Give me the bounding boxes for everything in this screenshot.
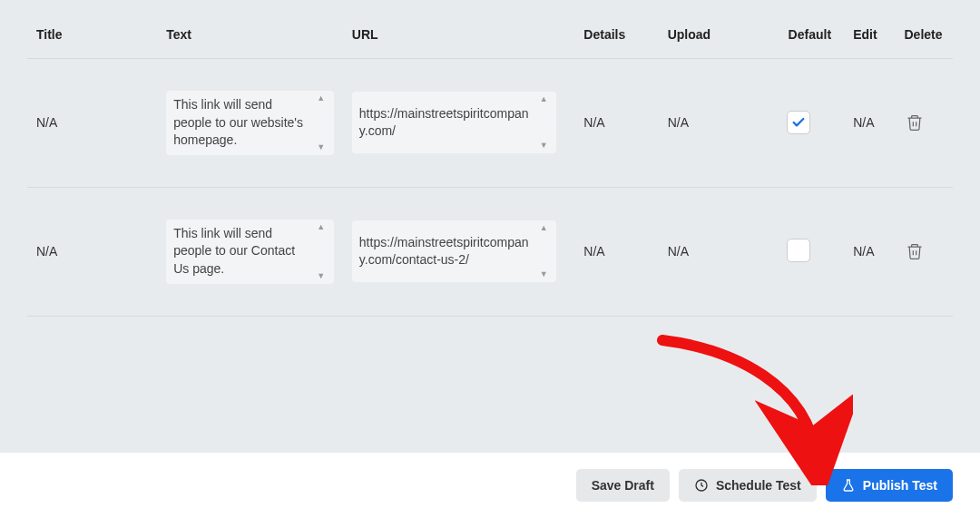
url-input[interactable]: https://mainstreetspiritcompany.com/ ▲ ▼ [352, 92, 557, 153]
cell-title: N/A [27, 187, 157, 316]
scroll-control[interactable]: ▲ ▼ [314, 94, 328, 151]
delete-button[interactable] [904, 240, 926, 262]
schedule-test-button[interactable]: Schedule Test [679, 469, 817, 502]
button-label: Save Draft [592, 478, 654, 493]
th-edit: Edit [844, 0, 895, 59]
delete-button[interactable] [904, 112, 926, 133]
table-row: N/A This link will send people to our we… [27, 59, 953, 188]
table-row: N/A This link will send people to our Co… [27, 187, 953, 316]
chevron-up-icon[interactable]: ▲ [317, 94, 325, 103]
text-input[interactable]: This link will send people to our Contac… [166, 220, 334, 284]
chevron-up-icon[interactable]: ▲ [540, 95, 548, 103]
text-input[interactable]: This link will send people to our websit… [166, 91, 334, 155]
th-delete: Delete [895, 0, 953, 59]
cell-edit: N/A [844, 59, 895, 188]
flask-icon [841, 478, 856, 493]
url-value: https://mainstreetspiritcompany.com/cont… [359, 234, 534, 269]
publish-test-button[interactable]: Publish Test [826, 469, 953, 502]
th-details: Details [565, 0, 658, 59]
chevron-down-icon[interactable]: ▼ [540, 142, 548, 150]
chevron-up-icon[interactable]: ▲ [317, 223, 325, 231]
th-default: Default [779, 0, 845, 59]
url-value: https://mainstreetspiritcompany.com/ [359, 105, 534, 141]
cell-details: N/A [565, 187, 658, 316]
variations-table: Title Text URL Details Upload Default Ed… [27, 0, 953, 317]
footer-bar: Save Draft Schedule Test Publish Test [0, 453, 980, 518]
clock-icon [694, 478, 709, 493]
th-title: Title [27, 0, 157, 59]
text-value: This link will send people to our websit… [173, 96, 310, 150]
cell-details: N/A [565, 59, 658, 188]
url-input[interactable]: https://mainstreetspiritcompany.com/cont… [352, 220, 557, 282]
button-label: Schedule Test [716, 478, 801, 493]
scroll-control[interactable]: ▲ ▼ [314, 223, 328, 280]
th-upload: Upload [659, 0, 779, 59]
th-url: URL [343, 0, 566, 59]
check-icon [791, 115, 806, 130]
cell-edit: N/A [844, 187, 895, 316]
button-label: Publish Test [863, 478, 937, 493]
cell-upload: N/A [659, 187, 779, 316]
save-draft-button[interactable]: Save Draft [576, 469, 670, 502]
text-value: This link will send people to our Contac… [173, 225, 310, 279]
chevron-down-icon[interactable]: ▼ [317, 272, 325, 280]
default-checkbox[interactable] [787, 111, 810, 134]
scroll-control[interactable]: ▲ ▼ [536, 224, 551, 279]
cell-upload: N/A [659, 59, 779, 188]
default-checkbox[interactable] [787, 239, 810, 262]
table-container: Title Text URL Details Upload Default Ed… [0, 0, 980, 317]
th-text: Text [157, 0, 343, 59]
trash-icon [906, 113, 924, 132]
chevron-down-icon[interactable]: ▼ [317, 143, 325, 151]
scroll-control[interactable]: ▲ ▼ [536, 95, 551, 150]
chevron-up-icon[interactable]: ▲ [540, 224, 548, 232]
trash-icon [906, 242, 924, 260]
chevron-down-icon[interactable]: ▼ [540, 270, 548, 279]
cell-title: N/A [27, 59, 157, 188]
